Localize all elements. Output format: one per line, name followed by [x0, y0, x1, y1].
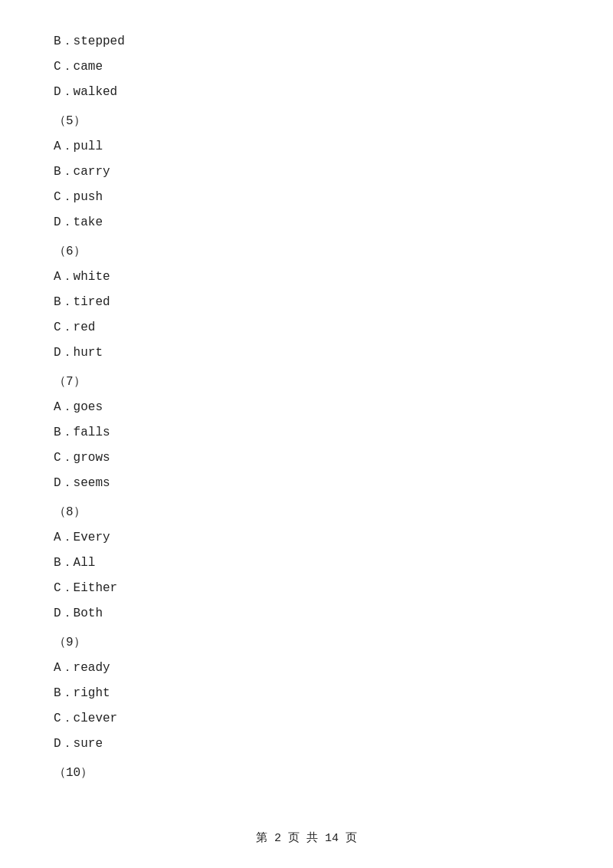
page-footer: 第 2 页 共 14 页 [0, 830, 613, 845]
question-number: （6） [54, 241, 559, 263]
answer-option: A．ready [54, 657, 559, 679]
question-number: （9） [54, 632, 559, 654]
question-number: （5） [54, 110, 559, 133]
answer-option: B．All [54, 552, 559, 574]
answer-option: D．sure [54, 733, 559, 755]
answer-option: A．Every [54, 527, 559, 549]
answer-option: A．pull [54, 136, 559, 158]
answer-option: C．push [54, 186, 559, 209]
answer-option: B．stepped [54, 31, 559, 53]
answer-option: C．red [54, 317, 559, 339]
answer-option: C．grows [54, 447, 559, 469]
answer-option: D．walked [54, 81, 559, 104]
answer-option: D．Both [54, 603, 559, 625]
footer-text: 第 2 页 共 14 页 [256, 832, 357, 845]
answer-option: D．hurt [54, 342, 559, 364]
main-content: B．steppedC．cameD．walked（5）A．pullB．carryC… [0, 0, 613, 833]
answer-option: C．clever [54, 708, 559, 730]
answer-option: C．Either [54, 577, 559, 600]
answer-option: B．tired [54, 291, 559, 314]
answer-option: A．white [54, 266, 559, 288]
question-number: （10） [54, 762, 559, 784]
question-number: （7） [54, 371, 559, 393]
answer-option: D．seems [54, 472, 559, 495]
answer-option: B．right [54, 682, 559, 705]
answer-option: B．falls [54, 422, 559, 444]
answer-option: C．came [54, 56, 559, 78]
answer-option: D．take [54, 212, 559, 234]
answer-option: B．carry [54, 161, 559, 183]
answer-option: A．goes [54, 396, 559, 419]
question-number: （8） [54, 501, 559, 524]
